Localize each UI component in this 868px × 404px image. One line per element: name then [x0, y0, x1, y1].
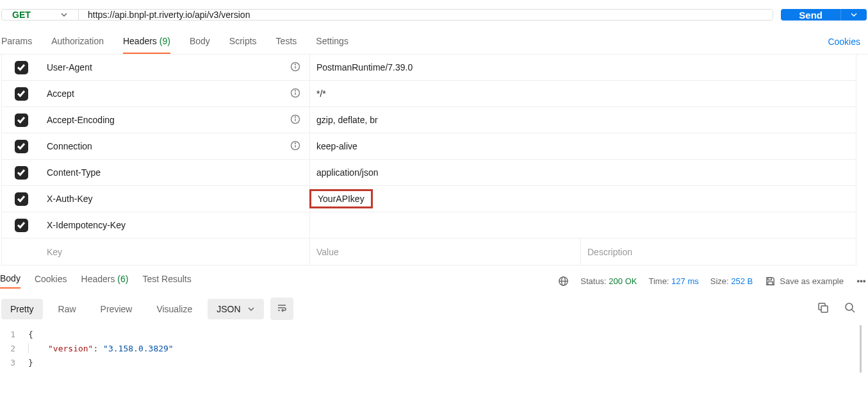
header-checkbox[interactable] — [15, 87, 28, 101]
header-checkbox[interactable] — [15, 166, 28, 180]
cookies-link[interactable]: Cookies — [828, 37, 867, 47]
info-icon[interactable] — [290, 114, 300, 126]
header-value-cell[interactable]: keep-alive — [309, 133, 856, 159]
header-value-cell[interactable] — [309, 212, 856, 238]
tab-tests[interactable]: Tests — [276, 29, 297, 54]
header-key: Accept-Encoding — [47, 115, 115, 125]
svg-point-17 — [857, 280, 858, 282]
response-tab-headers[interactable]: Headers (6) — [81, 274, 129, 288]
header-row: Accept */* — [2, 81, 856, 107]
info-icon[interactable] — [290, 62, 300, 74]
format-tab-pretty[interactable]: Pretty — [1, 299, 43, 319]
format-tab-visualize[interactable]: Visualize — [147, 299, 201, 319]
save-as-example-button[interactable]: Save as example — [764, 275, 844, 287]
svg-point-18 — [860, 280, 862, 282]
tab-settings[interactable]: Settings — [316, 29, 348, 54]
header-value: */* — [316, 88, 326, 99]
method-url-container: GET — [1, 9, 773, 21]
line-number: 1 — [0, 328, 28, 342]
header-row: Content-Type application/json — [2, 160, 856, 186]
format-tab-preview[interactable]: Preview — [92, 299, 142, 319]
header-key-cell[interactable]: Accept — [40, 88, 309, 100]
size-meta: Size: 252 B — [710, 276, 753, 286]
header-value: PostmanRuntime/7.39.0 — [316, 62, 413, 72]
copy-button[interactable] — [813, 298, 833, 320]
tab-headers-count: (9) — [160, 36, 170, 46]
header-key: Connection — [47, 141, 92, 151]
header-checkbox[interactable] — [15, 219, 28, 232]
response-tab-test-results[interactable]: Test Results — [142, 274, 191, 288]
svg-point-23 — [846, 303, 853, 310]
header-key-cell[interactable]: Content-Type — [40, 167, 309, 178]
response-tabs-row: Body Cookies Headers (6) Test Results St… — [0, 265, 868, 292]
method-select[interactable]: GET — [2, 10, 79, 20]
header-key-cell[interactable]: X-Idempotency-Key — [40, 220, 309, 230]
header-value-highlighted: YourAPIkey — [309, 189, 373, 208]
tab-headers-label: Headers — [123, 36, 157, 46]
line-number: 2 — [0, 342, 28, 356]
header-key: X-Idempotency-Key — [47, 220, 126, 230]
header-value-cell[interactable]: gzip, deflate, br — [309, 107, 856, 133]
header-value-cell[interactable]: PostmanRuntime/7.39.0 — [309, 55, 856, 80]
response-tab-headers-count: (6) — [117, 274, 128, 284]
header-row: X-Idempotency-Key — [2, 212, 856, 239]
header-key: Accept — [47, 88, 74, 99]
svg-rect-22 — [821, 306, 828, 312]
wrap-lines-button[interactable] — [270, 298, 293, 320]
response-tab-headers-label: Headers — [81, 274, 115, 284]
url-input[interactable] — [79, 10, 773, 20]
header-value-cell[interactable]: YourAPIkey — [309, 186, 856, 212]
send-dropdown-button[interactable] — [840, 9, 867, 21]
code-line: 3 } — [0, 356, 860, 370]
header-checkbox[interactable] — [15, 114, 28, 127]
header-key-cell[interactable]: X-Auth-Key — [40, 194, 309, 204]
globe-icon[interactable] — [557, 275, 569, 287]
method-label: GET — [12, 10, 60, 20]
tab-headers[interactable]: Headers (9) — [123, 29, 170, 54]
header-key: User-Agent — [47, 62, 92, 72]
response-body-code[interactable]: 1 { 2 "version": "3.158.0.3829" 3 } — [0, 325, 862, 373]
info-icon[interactable] — [290, 140, 300, 153]
tab-params[interactable]: Params — [1, 29, 32, 54]
tab-scripts[interactable]: Scripts — [229, 29, 257, 54]
header-row: Accept-Encoding gzip, deflate, br — [2, 107, 856, 133]
header-value: gzip, deflate, br — [316, 115, 378, 125]
request-tabs-row: Params Authorization Headers (9) Body Sc… — [0, 29, 868, 55]
tab-authorization[interactable]: Authorization — [51, 29, 104, 54]
request-tabs: Params Authorization Headers (9) Body Sc… — [1, 29, 348, 54]
header-desc-input[interactable]: Description — [580, 239, 856, 265]
header-checkbox[interactable] — [15, 61, 28, 74]
send-button[interactable]: Send — [781, 9, 840, 21]
header-value-cell[interactable]: application/json — [309, 160, 856, 185]
header-key: X-Auth-Key — [47, 194, 93, 204]
svg-line-24 — [852, 310, 855, 312]
response-tab-body[interactable]: Body — [0, 273, 20, 289]
header-row: Connection keep-alive — [2, 133, 856, 160]
svg-point-19 — [863, 280, 864, 282]
header-value-input[interactable]: Value — [309, 239, 580, 265]
header-value: application/json — [316, 167, 379, 178]
header-checkbox[interactable] — [15, 140, 28, 153]
header-key-cell[interactable]: Connection — [40, 140, 309, 153]
header-row-new: Key Value Description — [2, 239, 856, 265]
search-button[interactable] — [840, 298, 860, 320]
header-checkbox[interactable] — [15, 192, 28, 206]
svg-point-2 — [295, 64, 296, 65]
more-icon[interactable] — [855, 275, 867, 287]
svg-point-11 — [295, 143, 296, 144]
header-value-cell[interactable]: */* — [309, 81, 856, 106]
request-bar: GET Send — [0, 0, 868, 29]
header-row: User-Agent PostmanRuntime/7.39.0 — [2, 55, 856, 81]
header-value: keep-alive — [316, 141, 357, 151]
format-type-select[interactable]: JSON — [208, 299, 263, 319]
response-tab-cookies[interactable]: Cookies — [35, 274, 67, 288]
header-key-cell[interactable]: User-Agent — [40, 62, 309, 74]
tab-body[interactable]: Body — [190, 29, 210, 54]
headers-table: User-Agent PostmanRuntime/7.39.0 Accept … — [1, 55, 856, 265]
line-number: 3 — [0, 356, 28, 370]
header-key-input[interactable]: Key — [40, 247, 309, 257]
info-icon[interactable] — [290, 88, 300, 100]
header-key-cell[interactable]: Accept-Encoding — [40, 114, 309, 126]
send-button-group: Send — [781, 9, 867, 21]
format-tab-raw[interactable]: Raw — [49, 299, 85, 319]
